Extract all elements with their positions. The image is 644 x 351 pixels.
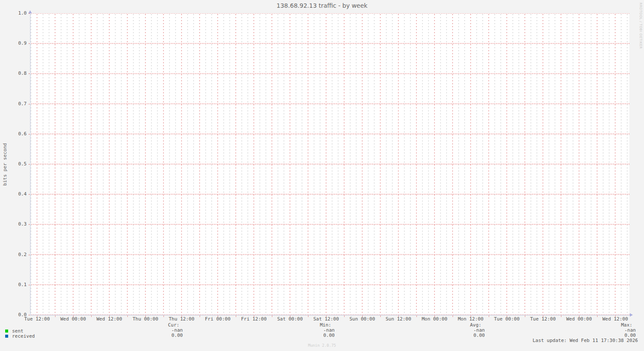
- chart-title: 138.68.92.13 traffic - by week: [0, 2, 644, 9]
- sent-swatch-icon: [5, 330, 8, 333]
- received-swatch-icon: [5, 335, 8, 338]
- y-tick-label: 0.9: [12, 41, 27, 46]
- y-tick-label: 0.3: [12, 222, 27, 227]
- x-tick-label: Wed 12:00: [91, 317, 127, 322]
- x-tick-label: Wed 00:00: [561, 317, 597, 322]
- x-axis-line: [30, 315, 631, 315]
- munin-traffic-graph: 138.68.92.13 traffic - by week bits per …: [0, 0, 644, 351]
- stats-cur-received: 0.00: [127, 333, 183, 338]
- y-tick-label: 0.6: [12, 131, 27, 137]
- y-tick-label: 0.8: [12, 71, 27, 76]
- stats-avg-received: 0.00: [429, 333, 485, 338]
- x-tick-label: Mon 00:00: [416, 317, 453, 322]
- y-tick-label: 0.1: [12, 282, 27, 287]
- legend-item-received: received: [5, 333, 35, 339]
- x-tick-label: Sun 12:00: [380, 317, 416, 322]
- y-axis-line: [30, 12, 31, 315]
- stats-column-avg: Avg: -nan 0.00: [429, 323, 485, 338]
- y-tick-label: 0.4: [12, 192, 27, 197]
- x-tick-label: Fri 00:00: [200, 317, 236, 322]
- x-tick-label: Wed 12:00: [597, 317, 633, 322]
- stats-min-received: 0.00: [279, 333, 335, 338]
- x-tick-label: Tue 12:00: [19, 317, 55, 322]
- y-axis-label: bits per second: [2, 137, 8, 192]
- stats-column-min: Min: -nan 0.00: [279, 323, 335, 338]
- x-tick-label: Sun 00:00: [344, 317, 380, 322]
- legend-label-received: received: [12, 333, 35, 339]
- y-tick-label: 0.7: [12, 101, 27, 107]
- legend-item-sent: sent: [5, 328, 35, 333]
- munin-version-text: Munin 2.0.75: [0, 343, 644, 348]
- x-tick-label: Thu 12:00: [163, 317, 200, 322]
- y-tick-label: 0.5: [12, 162, 27, 167]
- y-axis-arrow-icon: [28, 10, 32, 13]
- legend: sent received: [5, 328, 35, 339]
- x-tick-label: Sat 12:00: [308, 317, 344, 322]
- x-tick-label: Thu 00:00: [127, 317, 163, 322]
- stats-column-cur: Cur: -nan 0.00: [127, 323, 183, 338]
- y-tick-label: 1.0: [12, 11, 27, 16]
- plot-area: [30, 13, 629, 315]
- x-axis-arrow-icon: [630, 313, 633, 317]
- rrdtool-watermark: RRDTOOL / TOBI OETIKER: [639, 3, 643, 49]
- stats-column-max: Max: -nan 0.00: [580, 323, 636, 338]
- x-tick-label: Sat 00:00: [272, 317, 308, 322]
- x-tick-label: Fri 12:00: [236, 317, 272, 322]
- x-tick-label: Mon 12:00: [453, 317, 489, 322]
- x-tick-label: Tue 00:00: [489, 317, 525, 322]
- x-tick-label: Tue 12:00: [525, 317, 561, 322]
- last-update-text: Last update: Wed Feb 11 17:30:38 2026: [533, 338, 638, 343]
- x-tick-label: Wed 00:00: [55, 317, 91, 322]
- y-tick-label: 0.2: [12, 252, 27, 257]
